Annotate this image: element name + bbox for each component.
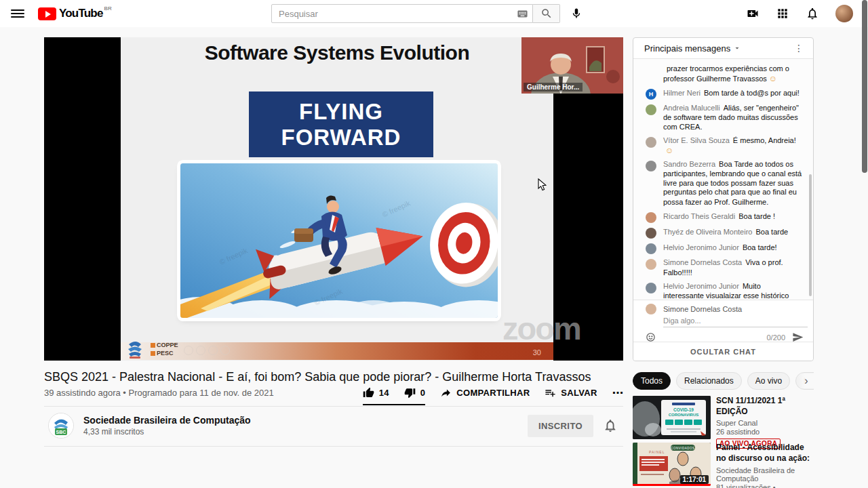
chat-message[interactable]: Helvio Jeronimo JuniorBoa tarde! (633, 241, 813, 256)
video-meta: 39 assistindo agora • Programado para 11… (44, 388, 274, 398)
chat-text-input[interactable]: Diga algo... (663, 317, 808, 327)
apps-grid-icon[interactable] (776, 7, 789, 20)
channel-name[interactable]: Sociedade Brasileira de Computação (83, 415, 251, 426)
youtube-play-icon (38, 7, 56, 20)
presentation-slide: Software Systems Evolution FLYING FORWAR… (121, 37, 553, 361)
filter-chips: TodosRelacionadosAo vivoEnviados (633, 372, 814, 390)
page-scrollbar[interactable] (862, 0, 867, 173)
svg-text:CONVIDADOS: CONVIDADOS (671, 447, 694, 450)
chat-avatar (646, 137, 656, 148)
video-views: 26 assistindo (716, 428, 814, 436)
chat-message[interactable]: prazer trocarmos experiências com o prof… (633, 62, 813, 86)
webcam-name-label: Guilherme Hor... (524, 83, 583, 92)
chat-message[interactable]: Ricardo Theis GeraldiBoa tarde ! (633, 209, 813, 225)
video-title: SBQS 2021 - Palestra Nacional - E aí, fo… (44, 370, 623, 384)
youtube-logo[interactable]: YouTube BR (38, 7, 112, 20)
keyboard-icon[interactable] (517, 8, 528, 20)
chat-message[interactable]: Simone Dornelas CostaViva o prof. Falbo!… (633, 256, 813, 280)
chat-avatar (646, 104, 656, 115)
coppe-logo: COPPE (151, 342, 178, 348)
chat-input-area: Simone Dornelas Costa Diga algo... 0/200 (633, 300, 813, 342)
related-video-2[interactable]: PAINEL CONVIDADOS 1:17:01 Painel - Acess… (633, 443, 814, 488)
create-video-icon[interactable] (746, 7, 760, 20)
chat-author[interactable]: Vítor E. Silva Souza (663, 136, 730, 144)
related-video-1[interactable]: COVID-19 CORONAVIRUS SCN 11/11/2021 1ª E… (633, 396, 814, 449)
video-player[interactable]: Software Systems Evolution FLYING FORWAR… (44, 37, 623, 361)
chat-author[interactable]: Hilmer Neri (663, 89, 701, 97)
video-channel: Super Canal (716, 419, 814, 427)
chat-scrollbar[interactable] (809, 174, 812, 296)
channel-avatar[interactable]: SBC (48, 413, 74, 439)
chevron-down-icon (733, 44, 741, 52)
chat-message[interactable]: Thyéz de Oliveira MonteiroBoa tarde (633, 225, 813, 241)
slide-title: Software Systems Evolution (121, 41, 553, 64)
chat-avatar (646, 161, 656, 171)
chat-text: Boa tarde ! (738, 212, 775, 220)
zoom-watermark: zoom (502, 312, 580, 344)
hide-chat-button[interactable]: OCULTAR CHAT (633, 342, 813, 361)
mouse-cursor (538, 178, 547, 191)
chat-message[interactable]: Vítor E. Silva SouzaÉ mesmo, Andreia!☺ (633, 134, 813, 158)
menu-icon[interactable] (11, 7, 24, 20)
masthead: YouTube BR (0, 0, 868, 27)
like-count: 14 (379, 388, 389, 398)
channel-bell-icon[interactable] (603, 418, 618, 433)
video-views: 81 visualizações • (716, 483, 814, 488)
search-box[interactable] (271, 4, 533, 23)
chat-author[interactable]: Sandro Bezerra (663, 160, 715, 168)
live-chat-panel: Principais mensagens ⋮ prazer trocarmos … (633, 37, 814, 361)
chat-message[interactable]: Helvio Jeronimo JuniorMuito interessante… (633, 280, 813, 300)
chat-message[interactable]: H Hilmer NeriBom tarde à tod@s por aqui! (633, 86, 813, 102)
chat-menu-icon[interactable]: ⋮ (791, 43, 806, 54)
video-thumbnail[interactable]: COVID-19 CORONAVIRUS (633, 396, 711, 439)
chat-author[interactable]: Simone Dornelas Costa (663, 258, 742, 266)
search-button[interactable] (533, 4, 560, 23)
chat-message[interactable]: Sandro BezerraBoa Tarde ao todos os part… (633, 158, 813, 209)
chat-avatar (646, 228, 656, 239)
duration-badge: 1:17:01 (680, 475, 709, 484)
share-button[interactable]: COMPARTILHAR (440, 387, 530, 399)
slide-page-number: 30 (533, 348, 541, 357)
watch-progress-bar (633, 484, 711, 486)
playlist-add-icon (545, 387, 556, 399)
chat-author[interactable]: Thyéz de Oliveira Monteiro (663, 228, 752, 236)
chips-scroll-arrow[interactable]: › (799, 373, 814, 388)
chip-relacionados[interactable]: Relacionados (676, 372, 742, 390)
account-avatar[interactable] (835, 5, 853, 22)
chat-messages-list[interactable]: prazer trocarmos experiências com o prof… (633, 59, 813, 300)
emoji-picker-icon[interactable] (646, 332, 656, 342)
char-counter: 0/200 (766, 333, 785, 342)
chip-ao-vivo[interactable]: Ao vivo (747, 372, 790, 390)
dislike-button[interactable]: 0 (404, 387, 426, 399)
subscribed-button[interactable]: INSCRITO (528, 415, 593, 437)
chat-author[interactable]: Helvio Jeronimo Junior (663, 282, 739, 290)
like-button[interactable]: 14 (363, 387, 389, 399)
chat-author[interactable]: Ricardo Theis Geraldi (663, 212, 735, 220)
more-actions-button[interactable]: ⋯ (612, 386, 623, 399)
chat-avatar (646, 65, 656, 76)
divider (44, 446, 623, 447)
svg-text:SBC: SBC (56, 430, 66, 434)
chat-author[interactable]: Andreia Malucelli (663, 104, 720, 112)
chat-avatar (646, 243, 656, 254)
video-channel: Sociedade Brasileira de Computação (716, 466, 814, 483)
smile-emoji: ☺ (665, 146, 673, 155)
chat-author[interactable]: Helvio Jeronimo Junior (663, 243, 739, 251)
coppe-icon (151, 343, 155, 348)
search-input[interactable] (279, 9, 517, 19)
channel-subscribers: 4,33 mil inscritos (83, 427, 251, 436)
video-title[interactable]: Painel - Acessibilidade no discurso ou n… (716, 443, 814, 464)
send-icon[interactable] (792, 331, 804, 343)
chat-mode-selector[interactable]: Principais mensagens (644, 43, 741, 54)
chip-todos[interactable]: Todos (633, 372, 671, 390)
institution-emblem-icon (125, 339, 145, 359)
svg-text:CORONAVIRUS: CORONAVIRUS (669, 413, 699, 417)
save-button[interactable]: SALVAR (545, 387, 597, 399)
notifications-bell-icon[interactable] (806, 7, 819, 20)
chat-message[interactable]: Andreia MalucelliAliás, ser "engenheiro"… (633, 102, 813, 135)
slide-banner: FLYING FORWARD (249, 92, 433, 157)
video-title[interactable]: SCN 11/11/2021 1ª EDIÇÃO (716, 396, 814, 417)
voice-search-button[interactable] (567, 4, 586, 23)
video-thumbnail[interactable]: PAINEL CONVIDADOS 1:17:01 (633, 443, 711, 486)
chat-self-avatar (646, 304, 656, 314)
